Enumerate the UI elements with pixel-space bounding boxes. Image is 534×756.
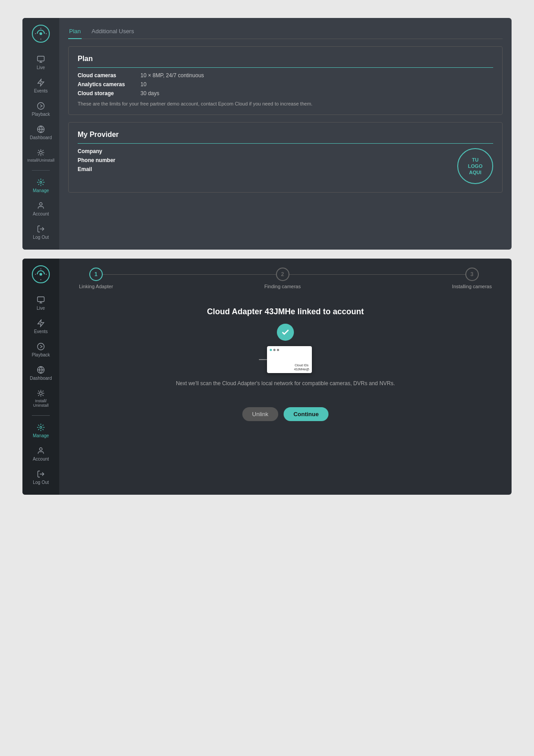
wizard-sidebar-dashboard-label: Dashboard — [30, 376, 52, 381]
sidebar-item-logout[interactable]: Log Out — [22, 221, 59, 243]
sidebar-label-manage: Manage — [33, 188, 49, 193]
unlink-button[interactable]: Unlink — [242, 407, 278, 421]
device-led-1 — [270, 349, 272, 351]
wizard-install-icon — [36, 389, 45, 398]
svg-point-40 — [39, 448, 42, 450]
wizard-stepper: 1 Linking Adapter 2 Finding cameras 3 — [70, 268, 501, 289]
sidebar-item-manage[interactable]: Manage — [22, 174, 59, 197]
svg-line-34 — [43, 395, 44, 396]
svg-line-38 — [43, 391, 44, 391]
sidebar-label-logout: Log Out — [33, 235, 49, 240]
svg-line-17 — [43, 150, 44, 151]
svg-point-22 — [39, 273, 42, 276]
device-illustration: Cloud IDs 43JMHeq5 — [70, 346, 501, 373]
device-led-2 — [273, 349, 276, 351]
device-label-line2: 43JMHeq5 — [294, 368, 309, 371]
step-2-number: 2 — [281, 271, 284, 277]
plan-card-title: Plan — [78, 55, 493, 68]
wizard-logout-icon — [36, 470, 45, 479]
plan-label-storage: Cloud storage — [78, 90, 140, 97]
wizard-manage-icon — [36, 423, 45, 432]
wizard-logo — [31, 265, 50, 284]
check-icon-wrapper — [70, 324, 501, 341]
sidebar-divider-1 — [32, 170, 50, 171]
plan-value-analytics: 10 — [140, 81, 146, 88]
svg-marker-26 — [38, 320, 44, 326]
sidebar-item-dashboard[interactable]: Dashboard — [22, 121, 59, 144]
tabs-bar: Plan Additional Users — [68, 25, 503, 39]
wizard-sidebar-manage-label: Manage — [33, 433, 49, 438]
svg-point-9 — [39, 151, 42, 154]
dashboard-icon — [36, 125, 45, 134]
svg-line-37 — [38, 395, 39, 396]
plan-row-analytics: Analytics cameras 10 — [78, 81, 493, 88]
provider-row-phone: Phone number — [78, 157, 457, 163]
provider-card-inner: Company Phone number Email T — [78, 148, 493, 184]
wizard-sidebar-events-label: Events — [34, 329, 48, 334]
app-logo — [31, 24, 50, 43]
provider-card: My Provider Company Phone number Email — [68, 122, 503, 193]
wizard-sidebar-account-label: Account — [33, 457, 49, 462]
svg-point-19 — [39, 202, 42, 205]
svg-point-18 — [40, 181, 42, 184]
wizard-sidebar-playback[interactable]: Playback — [22, 338, 59, 361]
wizard-sidebar-live[interactable]: Live — [22, 292, 59, 314]
tab-additional-users[interactable]: Additional Users — [91, 25, 135, 39]
wizard-sidebar-install[interactable]: Install/Uninstall — [22, 385, 59, 412]
wizard-sidebar-logout-label: Log Out — [33, 480, 49, 485]
plan-card: Plan Cloud cameras 10 × 8MP, 24/7 contin… — [68, 46, 503, 115]
step-3: 3 Installing cameras — [452, 268, 492, 289]
wizard-sidebar-playback-label: Playback — [32, 352, 50, 357]
manage-icon — [36, 178, 45, 187]
sidebar-item-playback[interactable]: Playback — [22, 98, 59, 120]
wizard-sidebar-events[interactable]: Events — [22, 315, 59, 338]
wizard-sidebar-logout[interactable]: Log Out — [22, 466, 59, 488]
sidebar-label-install: Install/Uninstall — [27, 158, 55, 163]
wizard-footer: Unlink Continue — [70, 400, 501, 428]
sidebar-label-events: Events — [34, 88, 48, 93]
svg-point-1 — [39, 32, 42, 35]
svg-point-27 — [38, 343, 44, 350]
plan-row-cameras: Cloud cameras 10 × 8MP, 24/7 continuous — [78, 72, 493, 79]
wizard-account-icon — [36, 446, 45, 455]
wizard-body: Cloud Adapter 43JMHe linked to account — [70, 303, 501, 428]
svg-point-30 — [39, 392, 42, 395]
plan-value-cameras: 10 × 8MP, 24/7 continuous — [140, 72, 204, 79]
svg-point-39 — [40, 426, 42, 428]
svg-point-6 — [38, 103, 44, 110]
step-3-label: Installing cameras — [452, 284, 492, 289]
wizard-divider — [32, 415, 50, 416]
wizard-sidebar-account[interactable]: Account — [22, 443, 59, 465]
wizard-sidebar-install-label: Install/Uninstall — [33, 399, 49, 408]
wizard-events-icon — [36, 319, 45, 328]
install-icon — [36, 148, 45, 157]
step-3-circle: 3 — [465, 268, 479, 281]
svg-line-12 — [38, 150, 39, 151]
continue-button[interactable]: Continue — [284, 407, 328, 421]
sidebar-item-account[interactable]: Account — [22, 198, 59, 220]
step-1-number: 1 — [95, 271, 98, 277]
wizard-sidebar-manage[interactable]: Manage — [22, 419, 59, 442]
sidebar-item-events[interactable]: Events — [22, 75, 59, 97]
provider-logo: TULOGOAQUI — [457, 148, 493, 184]
step-3-number: 3 — [470, 271, 473, 277]
wizard-sidebar-dashboard[interactable]: Dashboard — [22, 362, 59, 384]
plan-label-cameras: Cloud cameras — [78, 72, 140, 79]
plan-label-analytics: Analytics cameras — [78, 81, 140, 88]
step-2-label: Finding cameras — [264, 284, 301, 289]
sidebar-item-live[interactable]: Live — [22, 51, 59, 74]
tab-plan[interactable]: Plan — [68, 25, 82, 39]
provider-label-phone: Phone number — [78, 157, 140, 163]
plan-note: These are the limits for your free partn… — [78, 101, 493, 106]
plan-row-storage: Cloud storage 30 days — [78, 90, 493, 97]
device-label: Cloud IDs 43JMHeq5 — [294, 364, 309, 371]
wizard-dashboard-icon — [36, 365, 45, 374]
svg-rect-2 — [38, 56, 44, 61]
svg-line-16 — [38, 154, 39, 155]
wizard-title: Cloud Adapter 43JMHe linked to account — [70, 307, 501, 316]
device-led-3 — [277, 349, 279, 351]
step-1-label: Linking Adapter — [79, 284, 113, 289]
playback-icon — [36, 101, 45, 110]
wizard-nav-top: Live Events — [22, 292, 59, 412]
sidebar-item-install[interactable]: Install/Uninstall — [22, 145, 59, 167]
